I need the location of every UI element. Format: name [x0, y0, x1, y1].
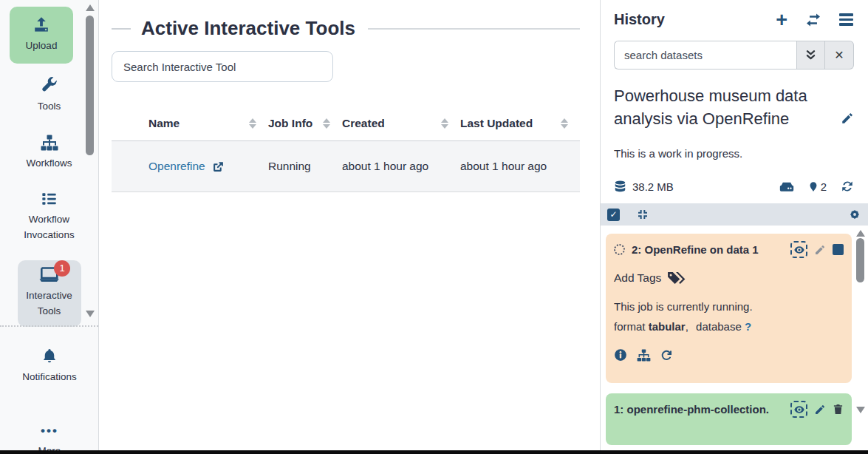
rerun-job-icon[interactable] — [660, 349, 673, 362]
history-annotation[interactable]: This is a work in progress. — [614, 147, 855, 160]
sort-icon[interactable] — [249, 118, 256, 129]
column-header-created[interactable]: Created — [342, 117, 460, 130]
history-panel-title: History — [614, 11, 776, 28]
history-status-row: 38.2 MB 2 — [614, 180, 854, 193]
sidebar-item-label: Tools — [38, 99, 61, 115]
column-label: Name — [148, 117, 180, 130]
history-panel: History Powerhouse museum data analysis … — [600, 0, 868, 454]
column-label: Job Info — [268, 117, 312, 130]
database-help-link[interactable]: ? — [745, 320, 751, 333]
delete-trash-icon[interactable] — [833, 403, 844, 416]
screen-bottom-edge — [0, 450, 868, 454]
add-tags-button[interactable]: Add Tags — [614, 271, 844, 285]
main-content: Active Interactive Tools Name Job Info C… — [99, 0, 600, 454]
page-title-row: Active Interactive Tools — [112, 17, 580, 40]
chevron-double-down-icon — [804, 49, 817, 61]
display-eye-icon[interactable] — [790, 241, 807, 258]
dataset-card-running[interactable]: 2: OpenRefine on data 1 Add Tag — [606, 234, 852, 383]
table-row: Openrefine Running about 1 hour ago abou… — [112, 141, 580, 192]
advanced-filter-button[interactable] — [796, 41, 825, 70]
interactive-tool-search-input[interactable] — [112, 51, 333, 82]
scroll-down-arrow[interactable] — [86, 311, 95, 317]
spinner-icon — [614, 244, 625, 255]
dataset-list: 2: OpenRefine on data 1 Add Tag — [601, 226, 868, 454]
laptop-icon: 1 — [39, 267, 59, 283]
sidebar-item-label: Notifications — [22, 370, 77, 385]
refresh-history-icon[interactable] — [841, 180, 854, 193]
column-header-name[interactable]: Name — [148, 117, 268, 130]
sidebar-item-label: Workflow Invocations — [18, 212, 81, 243]
sidebar-item-notifications[interactable]: Notifications — [18, 348, 81, 385]
job-info-cell: Running — [268, 160, 342, 173]
dataset-title[interactable]: 1: openrefine-phm-collection. — [614, 403, 784, 416]
format-value: tabular — [649, 320, 686, 333]
edit-history-pencil-icon[interactable] — [841, 112, 854, 130]
stop-job-icon[interactable] — [833, 244, 844, 255]
add-tags-label: Add Tags — [614, 271, 661, 285]
dataset-title[interactable]: 2: OpenRefine on data 1 — [632, 243, 784, 256]
sidebar-item-label: Upload — [26, 38, 58, 54]
sidebar-item-label: Interactive Tools — [18, 288, 81, 319]
column-label: Created — [342, 117, 385, 130]
shown-items-count: 2 — [821, 180, 827, 193]
tags-icon — [666, 271, 686, 285]
sidebar-item-workflow-invocations[interactable]: Workflow Invocations — [18, 191, 81, 243]
scrollbar-thumb[interactable] — [86, 16, 94, 155]
shown-items-indicator[interactable]: 2 — [808, 180, 827, 193]
dataset-list-scrollbar[interactable] — [855, 226, 867, 454]
sort-icon[interactable] — [323, 118, 330, 129]
collapse-all-icon[interactable] — [637, 209, 649, 220]
storage-dashboard-icon[interactable] — [779, 180, 794, 193]
new-history-button[interactable] — [776, 13, 787, 27]
sidebar-item-interactive-tools[interactable]: 1 Interactive Tools — [18, 260, 81, 328]
dataset-card-ok[interactable]: 1: openrefine-phm-collection. — [606, 393, 852, 445]
wrench-icon — [41, 77, 58, 94]
select-all-checkbox[interactable] — [607, 209, 620, 221]
history-size-indicator[interactable]: 38.2 MB — [614, 180, 674, 193]
sidebar-scrollbar[interactable] — [84, 0, 96, 325]
page-title: Active Interactive Tools — [141, 17, 355, 40]
display-eye-icon[interactable] — [790, 401, 807, 418]
scroll-down-arrow[interactable] — [856, 407, 865, 413]
activity-sidebar: Upload Tools Workflows Workflow Invocati… — [0, 0, 99, 454]
created-cell: about 1 hour ago — [342, 160, 460, 173]
bell-icon — [41, 348, 58, 365]
history-selection-toolbar — [601, 203, 868, 226]
sidebar-item-tools[interactable]: Tools — [18, 77, 81, 115]
dataset-format-info: format tabular, database ? — [614, 320, 844, 333]
edit-attributes-pencil-icon[interactable] — [814, 404, 826, 416]
history-name-row: Powerhouse museum data analysis via Open… — [614, 85, 854, 130]
sidebar-item-workflows[interactable]: Workflows — [18, 135, 81, 172]
sort-icon[interactable] — [561, 118, 568, 129]
scrollbar-thumb[interactable] — [856, 238, 864, 282]
edit-attributes-pencil-icon[interactable] — [814, 244, 826, 256]
column-header-job-info[interactable]: Job Info — [268, 117, 342, 130]
dataset-info-icon[interactable] — [614, 348, 627, 362]
history-settings-gear-icon[interactable] — [848, 208, 861, 221]
dataset-search-input[interactable] — [614, 41, 796, 70]
scroll-up-arrow[interactable] — [856, 230, 865, 237]
tool-name: Openrefine — [148, 160, 205, 173]
switch-history-button[interactable] — [805, 13, 821, 27]
sidebar-item-upload[interactable]: Upload — [10, 7, 73, 64]
dataset-status-text: This job is currently running. — [614, 300, 844, 313]
history-search-bar — [614, 41, 854, 70]
title-decoration-line — [112, 28, 131, 30]
sort-icon[interactable] — [441, 118, 448, 129]
history-panel-header: History — [601, 0, 868, 28]
notification-count-badge: 1 — [54, 260, 70, 277]
list-icon — [41, 191, 58, 207]
ellipsis-icon — [41, 424, 58, 438]
scroll-up-arrow[interactable] — [86, 4, 95, 11]
sidebar-item-more[interactable]: More — [18, 424, 81, 454]
column-header-last-updated[interactable]: Last Updated — [460, 117, 580, 130]
external-link-icon[interactable] — [212, 160, 225, 173]
upload-icon — [33, 16, 50, 33]
history-size: 38.2 MB — [632, 180, 674, 193]
galaxy-app: Upload Tools Workflows Workflow Invocati… — [0, 0, 868, 454]
tool-link-openrefine[interactable]: Openrefine — [148, 160, 225, 173]
history-name[interactable]: Powerhouse museum data analysis via Open… — [614, 85, 841, 130]
job-details-sitemap-icon[interactable] — [637, 349, 651, 362]
history-options-menu-icon[interactable] — [839, 13, 853, 26]
clear-filter-button[interactable] — [825, 41, 854, 70]
